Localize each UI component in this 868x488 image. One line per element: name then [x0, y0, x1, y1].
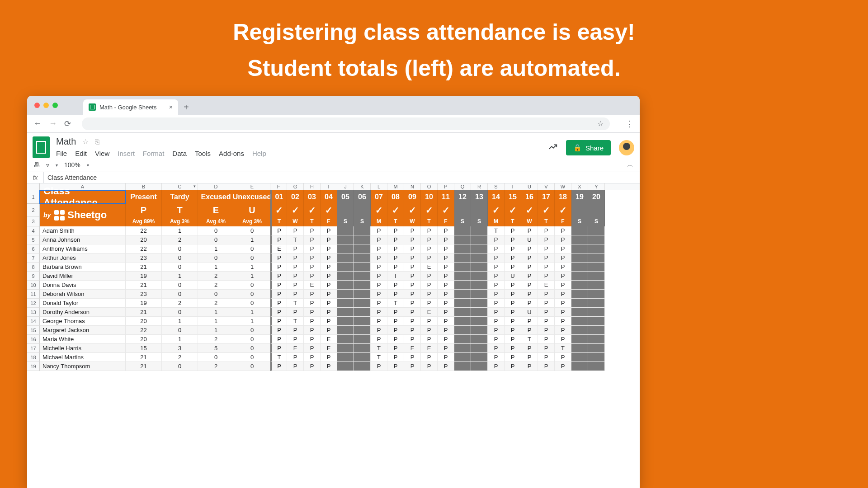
attendance-cell[interactable]: [454, 344, 471, 353]
attendance-cell[interactable]: P: [421, 362, 438, 371]
stat-cell-p[interactable]: 21: [126, 308, 162, 317]
day-check-15[interactable]: ✓: [505, 204, 521, 216]
attendance-cell[interactable]: P: [438, 235, 454, 244]
attendance-cell[interactable]: P: [304, 326, 321, 335]
student-name[interactable]: Donna Davis: [40, 281, 126, 290]
menu-edit[interactable]: Edit: [75, 150, 87, 157]
student-name[interactable]: Donald Taylor: [40, 299, 126, 308]
column-header-O[interactable]: O: [421, 183, 438, 190]
row-header-10[interactable]: 10: [27, 281, 40, 290]
attendance-cell[interactable]: P: [404, 253, 421, 263]
attendance-cell[interactable]: P: [371, 226, 387, 235]
attendance-cell[interactable]: P: [438, 326, 454, 335]
attendance-cell[interactable]: [454, 335, 471, 344]
attendance-cell[interactable]: P: [371, 244, 387, 253]
attendance-cell[interactable]: P: [521, 272, 538, 281]
attendance-cell[interactable]: P: [421, 317, 438, 326]
stat-cell-u[interactable]: 0: [234, 299, 270, 308]
attendance-cell[interactable]: P: [521, 353, 538, 362]
attendance-cell[interactable]: [588, 335, 605, 344]
stat-header-excused[interactable]: Excused: [198, 190, 234, 204]
day-check-14[interactable]: ✓: [488, 204, 505, 216]
attendance-cell[interactable]: [571, 226, 588, 235]
stat-cell-u[interactable]: 0: [234, 281, 270, 290]
attendance-cell[interactable]: P: [555, 362, 571, 371]
day-header-14[interactable]: 14: [488, 190, 505, 204]
attendance-cell[interactable]: P: [555, 299, 571, 308]
attendance-cell[interactable]: [471, 353, 488, 362]
attendance-cell[interactable]: U: [521, 308, 538, 317]
zoom-dropdown-icon[interactable]: ▾: [87, 163, 89, 168]
attendance-cell[interactable]: [588, 362, 605, 371]
attendance-cell[interactable]: P: [404, 244, 421, 253]
day-weekday-18[interactable]: F: [555, 216, 571, 226]
stat-header-tardy[interactable]: Tardy: [162, 190, 198, 204]
attendance-cell[interactable]: P: [321, 244, 337, 253]
stat-cell-e[interactable]: 0: [198, 353, 234, 362]
stat-cell-u[interactable]: 0: [234, 253, 270, 263]
stat-cell-e[interactable]: 2: [198, 362, 234, 371]
attendance-cell[interactable]: P: [505, 317, 521, 326]
attendance-cell[interactable]: P: [321, 362, 337, 371]
attendance-cell[interactable]: [471, 317, 488, 326]
stat-cell-p[interactable]: 21: [126, 263, 162, 272]
attendance-cell[interactable]: P: [555, 226, 571, 235]
day-header-15[interactable]: 15: [505, 190, 521, 204]
attendance-cell[interactable]: [471, 226, 488, 235]
zoom-value[interactable]: 100%: [64, 161, 80, 169]
attendance-cell[interactable]: P: [321, 253, 337, 263]
attendance-cell[interactable]: P: [371, 362, 387, 371]
url-input[interactable]: ☆: [82, 117, 610, 130]
column-header-P[interactable]: P: [438, 183, 454, 190]
attendance-cell[interactable]: P: [538, 308, 555, 317]
attendance-cell[interactable]: P: [521, 290, 538, 299]
chrome-menu-button[interactable]: ⋮: [625, 119, 633, 129]
attendance-cell[interactable]: [337, 299, 354, 308]
attendance-cell[interactable]: P: [538, 272, 555, 281]
attendance-cell[interactable]: T: [488, 226, 505, 235]
row-header-16[interactable]: 16: [27, 335, 40, 344]
attendance-cell[interactable]: P: [438, 362, 454, 371]
row-header-14[interactable]: 14: [27, 317, 40, 326]
reload-button[interactable]: ⟳: [64, 119, 71, 129]
day-weekday-04[interactable]: F: [321, 216, 337, 226]
attendance-cell[interactable]: P: [555, 335, 571, 344]
attendance-cell[interactable]: P: [304, 299, 321, 308]
attendance-cell[interactable]: [471, 326, 488, 335]
attendance-cell[interactable]: P: [321, 235, 337, 244]
stat-avg-T[interactable]: Avg 3%: [162, 216, 198, 226]
attendance-cell[interactable]: P: [555, 244, 571, 253]
row-header-17[interactable]: 17: [27, 344, 40, 353]
day-weekday-12[interactable]: S: [454, 216, 471, 226]
attendance-cell[interactable]: P: [387, 326, 404, 335]
column-header-F[interactable]: F: [270, 183, 287, 190]
attendance-cell[interactable]: [454, 299, 471, 308]
attendance-cell[interactable]: P: [387, 362, 404, 371]
attendance-cell[interactable]: E: [321, 344, 337, 353]
stat-cell-u[interactable]: 0: [234, 353, 270, 362]
attendance-cell[interactable]: [588, 317, 605, 326]
stat-cell-e[interactable]: 2: [198, 272, 234, 281]
row-header-13[interactable]: 13: [27, 308, 40, 317]
day-check-03[interactable]: ✓: [304, 204, 321, 216]
document-title[interactable]: Math: [56, 136, 76, 147]
attendance-cell[interactable]: P: [538, 326, 555, 335]
attendance-cell[interactable]: T: [387, 272, 404, 281]
attendance-cell[interactable]: P: [270, 335, 287, 344]
select-all-cell[interactable]: [27, 183, 40, 190]
attendance-cell[interactable]: P: [488, 253, 505, 263]
stat-cell-t[interactable]: 1: [162, 226, 198, 235]
attendance-cell[interactable]: P: [387, 263, 404, 272]
attendance-cell[interactable]: P: [505, 353, 521, 362]
attendance-cell[interactable]: [354, 253, 371, 263]
attendance-cell[interactable]: [588, 353, 605, 362]
attendance-cell[interactable]: [337, 263, 354, 272]
attendance-cell[interactable]: E: [421, 263, 438, 272]
stat-header-present[interactable]: Present: [126, 190, 162, 204]
attendance-cell[interactable]: P: [421, 226, 438, 235]
attendance-cell[interactable]: P: [505, 290, 521, 299]
attendance-cell[interactable]: U: [505, 272, 521, 281]
attendance-cell[interactable]: [454, 235, 471, 244]
day-weekday-11[interactable]: F: [438, 216, 454, 226]
attendance-cell[interactable]: P: [270, 326, 287, 335]
